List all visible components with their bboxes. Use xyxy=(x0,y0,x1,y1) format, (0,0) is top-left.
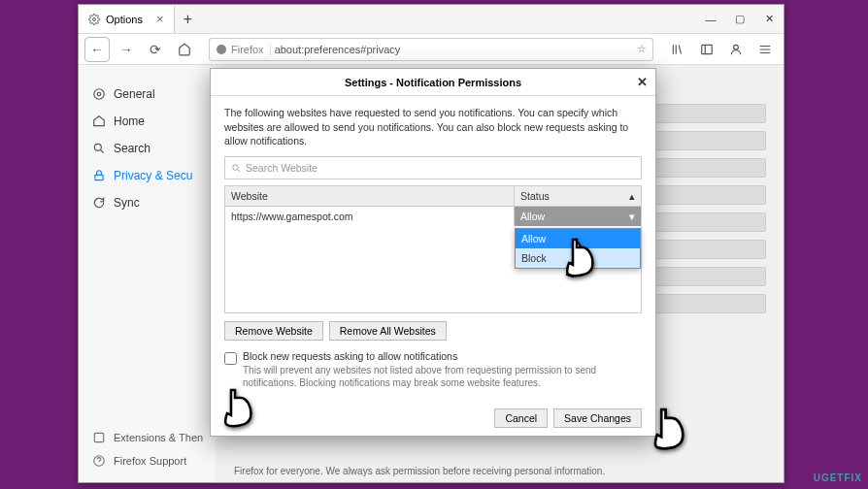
dialog-header: Settings - Notification Permissions ✕ xyxy=(211,69,655,96)
svg-point-0 xyxy=(93,17,96,20)
remove-website-button[interactable]: Remove Website xyxy=(224,321,323,341)
remove-all-websites-button[interactable]: Remove All Websites xyxy=(329,321,447,341)
sidebar-item-sync[interactable]: Sync xyxy=(79,189,215,216)
notification-permissions-dialog: Settings - Notification Permissions ✕ Th… xyxy=(210,68,656,437)
puzzle-icon xyxy=(92,431,106,444)
library-icon[interactable] xyxy=(665,37,690,62)
block-new-description: This will prevent any websites not liste… xyxy=(243,364,642,389)
minimize-button[interactable]: — xyxy=(696,5,725,34)
block-new-label: Block new requests asking to allow notif… xyxy=(243,350,642,362)
svg-point-1 xyxy=(217,45,226,54)
lock-icon xyxy=(92,169,106,182)
svg-point-10 xyxy=(233,164,239,170)
column-status[interactable]: Status ▴ xyxy=(515,186,641,206)
sidebar-extensions-link[interactable]: Extensions & Then xyxy=(79,426,217,449)
new-tab-button[interactable]: + xyxy=(175,11,202,28)
search-website-input[interactable]: Search Website xyxy=(224,156,642,179)
save-changes-button[interactable]: Save Changes xyxy=(553,408,642,428)
bookmark-star-icon[interactable]: ☆ xyxy=(637,43,647,55)
reload-button[interactable]: ⟳ xyxy=(143,37,168,62)
forward-button[interactable]: → xyxy=(114,37,139,62)
nav-toolbar: ← → ⟳ Firefox about:preferences#privacy … xyxy=(79,34,784,65)
help-icon xyxy=(92,454,106,468)
window-controls: — ▢ ✕ xyxy=(696,5,784,34)
browser-tab[interactable]: Options × xyxy=(79,6,175,33)
table-row[interactable]: https://www.gamespot.com Allow ▾ xyxy=(225,207,641,226)
sort-icon: ▴ xyxy=(629,190,635,202)
chevron-down-icon: ▾ xyxy=(629,211,635,222)
preferences-sidebar: General Home Search Privacy & Secu Sync xyxy=(79,65,215,482)
watermark: UGETFIX xyxy=(814,473,862,483)
svg-point-6 xyxy=(94,144,101,150)
home-icon xyxy=(92,114,106,128)
svg-point-4 xyxy=(97,92,101,96)
svg-rect-7 xyxy=(95,175,103,179)
dropdown-option-allow[interactable]: Allow xyxy=(516,229,640,248)
tab-close-icon[interactable]: × xyxy=(156,12,164,26)
gear-icon xyxy=(92,87,106,101)
site-identity[interactable]: Firefox xyxy=(216,44,271,55)
permissions-table-body: https://www.gamespot.com Allow ▾ Allow B… xyxy=(224,207,642,313)
dialog-description: The following websites have requested to… xyxy=(224,106,642,148)
address-bar[interactable]: Firefox about:preferences#privacy ☆ xyxy=(209,38,653,61)
cancel-button[interactable]: Cancel xyxy=(494,408,548,428)
maximize-button[interactable]: ▢ xyxy=(725,5,754,34)
page-footer-text: Firefox for everyone. We always ask perm… xyxy=(234,466,605,476)
sidebar-item-general[interactable]: General xyxy=(79,81,215,108)
dropdown-option-block[interactable]: Block xyxy=(516,248,640,268)
svg-rect-2 xyxy=(702,45,713,53)
firefox-icon xyxy=(216,44,227,55)
home-button[interactable] xyxy=(172,37,197,62)
dialog-close-icon[interactable]: ✕ xyxy=(637,75,648,89)
menu-icon[interactable] xyxy=(752,37,778,62)
close-window-button[interactable]: ✕ xyxy=(754,5,784,34)
svg-point-3 xyxy=(734,45,739,49)
column-website[interactable]: Website xyxy=(225,186,515,206)
svg-rect-8 xyxy=(94,433,103,441)
sidebar-support-link[interactable]: Firefox Support xyxy=(79,449,217,473)
sidebar-item-home[interactable]: Home xyxy=(79,108,215,135)
account-icon[interactable] xyxy=(723,37,749,62)
sidebar-icon[interactable] xyxy=(694,37,719,62)
tab-title: Options xyxy=(106,14,143,25)
dialog-title: Settings - Notification Permissions xyxy=(345,77,521,88)
sidebar-item-privacy[interactable]: Privacy & Secu xyxy=(79,162,215,189)
search-icon xyxy=(231,163,242,174)
search-icon xyxy=(92,142,106,155)
status-dropdown-menu: Allow Block xyxy=(515,228,641,269)
url-text: about:preferences#privacy xyxy=(275,44,401,55)
permissions-table-header: Website Status ▴ xyxy=(224,185,642,207)
row-website: https://www.gamespot.com xyxy=(225,207,515,226)
sidebar-item-search[interactable]: Search xyxy=(79,135,215,162)
sync-icon xyxy=(92,196,106,210)
svg-point-5 xyxy=(94,89,105,100)
titlebar: Options × + — ▢ ✕ xyxy=(79,5,784,34)
block-new-requests-checkbox[interactable] xyxy=(224,352,237,365)
gear-icon xyxy=(88,14,100,25)
row-status-dropdown[interactable]: Allow ▾ xyxy=(515,207,641,226)
back-button[interactable]: ← xyxy=(84,37,110,62)
